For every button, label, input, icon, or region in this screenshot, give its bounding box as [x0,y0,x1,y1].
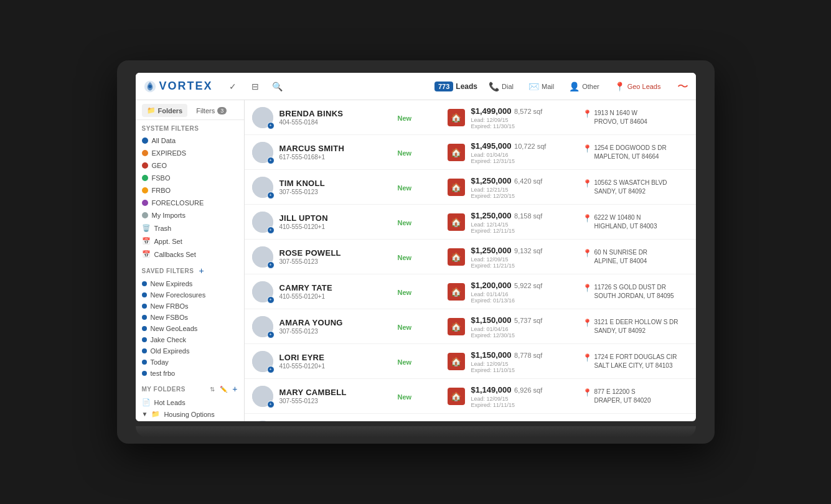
lead-sqft: 6,420 sqf [514,177,542,185]
saved-item-new-frbos[interactable]: New FRBOs [136,301,244,312]
hot-leads-icon: 📄 [142,398,151,406]
property-icon-wrap: 🏠 [448,388,465,405]
logo-icon [143,80,157,93]
sidebar-item-trash[interactable]: 🗑️ Trash [136,222,244,235]
new-geoleads-icon [142,326,147,331]
filters-badge: 3 [217,107,227,114]
table-row[interactable]: + JILL UPTON 410-555-0120+1 New 🏠 $1,250… [245,205,696,240]
sidebar-item-callbacks-set[interactable]: 📅 Callbacks Set [136,248,244,261]
lead-info: CAMRY TATE 410-555-0120+1 [279,283,392,300]
property-icon-wrap: 🏠 [448,248,465,266]
leads-count: 773 Leads [434,82,477,91]
folder-item-hot-leads[interactable]: 📄 Hot Leads [136,396,244,408]
new-frbos-label: New FRBOs [151,302,189,310]
sidebar: 📁 Folders Filters 3 SYSTEM FILTERS All D… [136,100,245,421]
avatar: + [252,281,273,302]
status-badge: New [398,184,412,192]
add-saved-filter-button[interactable]: + [199,266,204,276]
my-folders-edit-button[interactable]: ✏️ [220,386,227,393]
folders-tab[interactable]: 📁 Folders [142,104,188,117]
saved-item-new-fsbos[interactable]: New FSBOs [136,312,244,323]
sidebar-item-appt-set[interactable]: 📅 Appt. Set [136,235,244,248]
pin-icon: 📍 [583,144,592,153]
status-badge: New [398,219,412,226]
table-row[interactable]: + LORI EYRE 410-555-0120+1 New 🏠 $1,150,… [245,344,696,379]
filters-tab[interactable]: Filters 3 [191,105,232,117]
sidebar-item-my-imports[interactable]: My Imports [136,209,244,222]
filters-tab-label: Filters [196,107,215,114]
sidebar-item-fsbo[interactable]: FSBO [136,172,244,184]
callbacks-set-label: Callbacks Set [154,251,196,258]
jake-check-icon [142,337,147,342]
my-imports-label: My Imports [152,212,185,219]
status-badge: New [398,149,412,157]
lead-price-sqft: $1,200,000 5,922 sqf [471,279,576,291]
new-fsbos-icon [142,315,147,320]
saved-item-new-expireds[interactable]: New Expireds [136,278,244,289]
lead-price-sqft: $1,250,000 9,132 sqf [471,245,576,256]
table-row[interactable]: + BRENDA BINKS 404-555-0184 New 🏠 $1,499… [245,100,696,135]
tab-mail[interactable]: ✉️ Mail [525,79,558,94]
new-expireds-label: New Expireds [151,280,193,287]
saved-item-today[interactable]: Today [136,357,244,368]
sidebar-item-geo[interactable]: GEO [136,159,244,172]
sidebar-item-foreclosure[interactable]: FORECLOSURE [136,197,244,209]
lead-name: AMARA YOUNG [279,318,392,327]
saved-item-test-frbo[interactable]: test frbo [136,368,244,379]
expireds-label: EXPIREDS [152,149,187,157]
sidebar-item-expireds[interactable]: EXPIREDS [136,147,244,159]
sidebar-item-all-data[interactable]: All Data [136,134,244,147]
all-data-label: All Data [152,137,176,144]
lead-price-sqft: $1,150,000 5,737 sqf [471,314,576,325]
property-icon: 🏠 [451,322,461,332]
lead-phone: 410-555-0120+1 [279,363,392,370]
main-content: + BRENDA BINKS 404-555-0184 New 🏠 $1,499… [245,100,696,421]
search-button[interactable]: 🔍 [269,78,286,95]
lead-name: MARCUS SMITH [279,144,392,153]
saved-item-old-expireds[interactable]: Old Expireds [136,345,244,357]
folder-item-housing-options[interactable]: ▼ 📁 Housing Options [136,408,244,420]
lead-price-info: $1,100,000 Lead: 12/20/16Expired: 12/05/… [471,419,576,421]
app-body: 📁 Folders Filters 3 SYSTEM FILTERS All D… [136,100,696,421]
avatar-badge: + [267,366,275,373]
new-geoleads-label: New GeoLeads [151,325,198,332]
avatar: + [252,177,273,198]
table-row[interactable]: + ROSE POWELL 307-555-0123 New 🏠 $1,250,… [245,240,696,274]
fsbo-label: FSBO [152,174,171,182]
tab-other[interactable]: 👤 Other [565,79,603,94]
avatar-badge: + [267,401,275,408]
avatar: + [252,107,273,128]
table-row[interactable]: + MARCUS SMITH 617-555-0168+1 New 🏠 $1,4… [245,135,696,170]
property-icon: 🏠 [451,287,461,297]
tab-dial[interactable]: 📞 Dial [485,79,517,94]
other-icon: 👤 [569,82,580,91]
avatar-badge: + [267,261,275,269]
lead-address-wrap: 📍 60 N SUNRISE DRALPINE, UT 84004 [583,248,688,266]
folder-item-geo-leads[interactable]: 📁 Geo Leads [136,420,244,421]
pin-icon: 📍 [583,249,592,258]
table-row[interactable]: + MARY CAMBELL 307-555-0123 New 🏠 $1,149… [245,379,696,414]
avatar-badge: + [267,122,275,129]
lead-sqft: 8,572 sqf [514,108,542,115]
property-icon: 🏠 [451,113,461,123]
tab-geo-leads[interactable]: 📍 Geo Leads [611,79,665,94]
table-row[interactable]: + CAMRY TATE 410-555-0120+1 New 🏠 $1,200… [245,274,696,309]
table-row[interactable]: + TONY STRATTON 410-555-0120+1 New 🏠 $1,… [245,414,696,421]
add-folder-button[interactable]: + [232,384,237,394]
table-row[interactable]: + TIM KNOLL 307-555-0123 New 🏠 $1,250,00… [245,170,696,205]
status-badge: New [398,289,412,296]
lead-name: JILL UPTON [279,213,392,223]
table-row[interactable]: + AMARA YOUNG 307-555-0123 New 🏠 $1,150,… [245,309,696,344]
lead-info: AMARA YOUNG 307-555-0123 [279,318,392,335]
check-button[interactable]: ✓ [224,78,242,95]
lead-price: $1,250,000 [471,176,512,185]
saved-item-jake-check[interactable]: Jake Check [136,334,244,345]
my-folders-sort-button[interactable]: ⇅ [210,386,215,393]
lead-address: 6222 W 10480 NHIGHLAND, UT 84003 [594,213,657,231]
saved-item-new-foreclosures[interactable]: New Foreclosures [136,289,244,301]
lead-sqft: 6,926 sqf [514,386,542,394]
saved-item-new-geoleads[interactable]: New GeoLeads [136,323,244,334]
sidebar-item-frbo[interactable]: FRBO [136,184,244,197]
lead-status: New [398,321,441,332]
filter-button[interactable]: ⊟ [246,78,264,95]
